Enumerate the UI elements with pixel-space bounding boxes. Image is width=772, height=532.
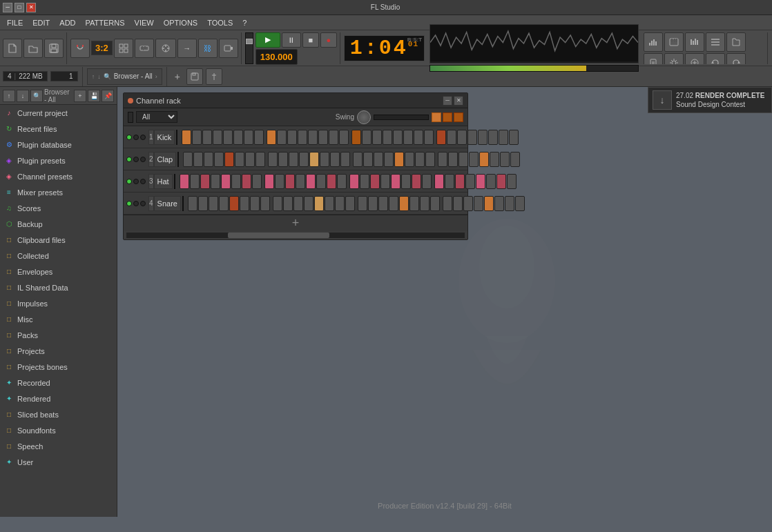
step-button-20[interactable] <box>393 130 403 145</box>
slider-thumb[interactable] <box>246 39 253 44</box>
close-button[interactable]: ✕ <box>26 3 36 12</box>
channel-power-led[interactable] <box>126 157 132 162</box>
cr-view-btn1[interactable] <box>432 112 441 122</box>
step-button-2[interactable] <box>204 152 213 167</box>
step-button-8[interactable] <box>264 174 274 189</box>
mixer-button[interactable] <box>644 32 663 52</box>
step-button-1[interactable] <box>198 196 208 211</box>
browser-item-projects[interactable]: □Projects <box>0 343 117 359</box>
cr-view-btn2[interactable] <box>443 112 452 122</box>
channel-power-led[interactable] <box>126 135 132 140</box>
settings-button[interactable] <box>664 53 684 64</box>
step-button-29[interactable] <box>490 152 499 167</box>
channel-mute-led[interactable] <box>133 201 139 206</box>
browser-item-projects-bones[interactable]: □Projects bones <box>0 359 117 375</box>
step-button-13[interactable] <box>320 152 329 167</box>
step-button-18[interactable] <box>374 152 383 167</box>
step-button-31[interactable] <box>515 196 525 211</box>
step-button-10[interactable] <box>289 152 298 167</box>
cr-view-btn3[interactable] <box>454 112 463 122</box>
menu-help[interactable]: ? <box>238 17 251 28</box>
step-button-28[interactable] <box>484 196 494 211</box>
snap-setting[interactable] <box>155 39 176 58</box>
step-button-12[interactable] <box>306 174 316 189</box>
step-button-0[interactable] <box>182 130 191 145</box>
step-button-10[interactable] <box>287 130 297 145</box>
step-button-8[interactable] <box>273 196 282 211</box>
channel-level-bar[interactable] <box>182 196 184 211</box>
channel-mute-led[interactable] <box>133 157 139 162</box>
step-button-6[interactable] <box>244 130 253 145</box>
browser-item-scores[interactable]: ♫Scores <box>0 200 117 216</box>
browser-item-sliced-beats[interactable]: □Sliced beats <box>0 406 117 422</box>
step-button-15[interactable] <box>345 196 355 211</box>
menu-tools[interactable]: TOOLS <box>203 17 237 28</box>
step-button-24[interactable] <box>438 152 447 167</box>
step-button-23[interactable] <box>422 174 432 189</box>
step-button-25[interactable] <box>453 196 463 211</box>
step-button-30[interactable] <box>496 174 506 189</box>
cr-horizontal-scrollbar[interactable] <box>126 233 465 238</box>
step-button-27[interactable] <box>465 174 475 189</box>
step-button-17[interactable] <box>360 174 369 189</box>
step-button-1[interactable] <box>193 152 203 167</box>
channel-solo-led[interactable] <box>140 157 146 162</box>
step-button-23[interactable] <box>424 130 434 145</box>
step-button-29[interactable] <box>486 174 496 189</box>
step-button-4[interactable] <box>229 196 239 211</box>
channel-power-led[interactable] <box>126 179 132 184</box>
step-button-8[interactable] <box>267 130 276 145</box>
step-button-19[interactable] <box>389 196 398 211</box>
step-button-0[interactable] <box>180 174 189 189</box>
browser-item-recorded[interactable]: ✦Recorded <box>0 375 117 391</box>
step-button-23[interactable] <box>430 196 440 211</box>
step-button-5[interactable] <box>240 196 249 211</box>
swing-knob[interactable] <box>357 110 371 124</box>
step-button-1[interactable] <box>192 130 202 145</box>
step-button-22[interactable] <box>414 130 423 145</box>
channel-level-bar[interactable] <box>177 152 179 167</box>
step-button-18[interactable] <box>372 130 382 145</box>
menu-edit[interactable]: EDIT <box>28 17 54 28</box>
browser-item-packs[interactable]: □Packs <box>0 327 117 343</box>
step-button-28[interactable] <box>478 130 488 145</box>
step-button-26[interactable] <box>463 196 473 211</box>
step-button-9[interactable] <box>283 196 293 211</box>
step-button-15[interactable] <box>340 152 350 167</box>
cr-scrollbar-thumb[interactable] <box>228 233 329 238</box>
step-button-12[interactable] <box>314 196 324 211</box>
step-button-31[interactable] <box>507 174 517 189</box>
browser-item-clipboard-files[interactable]: □Clipboard files <box>0 232 117 248</box>
step-button-17[interactable] <box>363 152 373 167</box>
browser-item-misc[interactable]: □Misc <box>0 311 117 327</box>
redo-button[interactable] <box>726 53 746 64</box>
record-button[interactable]: ● <box>320 32 337 48</box>
step-button-14[interactable] <box>330 152 340 167</box>
step-button-7[interactable] <box>255 152 265 167</box>
step-button-28[interactable] <box>479 152 489 167</box>
step-button-12[interactable] <box>308 130 318 145</box>
step-button-16[interactable] <box>349 174 359 189</box>
step-button-5[interactable] <box>233 130 243 145</box>
browser-search-button[interactable]: 🔍 <box>30 90 43 102</box>
maximize-button[interactable]: □ <box>15 3 24 12</box>
step-button-3[interactable] <box>211 174 220 189</box>
step-button-2[interactable] <box>202 130 212 145</box>
pause-button[interactable]: ⏸ <box>282 32 301 48</box>
step-button-28[interactable] <box>476 174 485 189</box>
master-slider[interactable] <box>245 32 253 64</box>
step-button-27[interactable] <box>469 152 479 167</box>
cr-filter-select[interactable]: All <box>136 111 177 123</box>
step-button-31[interactable] <box>509 130 519 145</box>
step-button-0[interactable] <box>188 196 197 211</box>
channel-level-bar[interactable] <box>176 130 177 145</box>
step-button-4[interactable] <box>221 174 231 189</box>
browser-add-button[interactable]: + <box>74 90 86 102</box>
step-button-29[interactable] <box>494 196 504 211</box>
step-button-18[interactable] <box>370 174 380 189</box>
step-button-14[interactable] <box>327 174 336 189</box>
step-button-11[interactable] <box>296 174 305 189</box>
plugin-button[interactable] <box>644 53 663 64</box>
browser-item-backup[interactable]: ⬡Backup <box>0 216 117 232</box>
step-button-7[interactable] <box>254 130 264 145</box>
